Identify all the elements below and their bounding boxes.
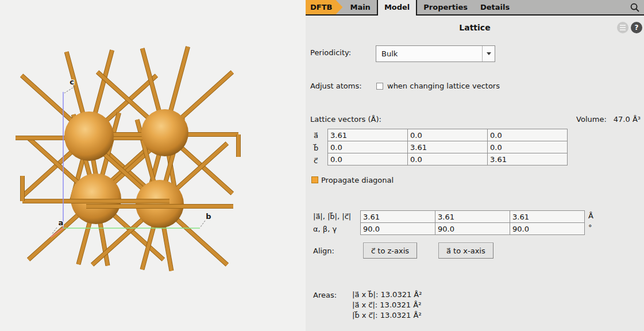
vector-c-z-field[interactable]: [487, 153, 568, 166]
vector-c-label: c⃗: [314, 156, 325, 165]
volume-readout: Volume: 47.0 Å³: [576, 115, 641, 124]
area-bc-value: |b⃗ x c⃗|: 13.0321 Å²: [352, 311, 422, 320]
svg-text:a: a: [59, 218, 64, 227]
area-ab-value: |a⃗ x b⃗|: 13.0321 Å²: [352, 290, 422, 299]
svg-text:b: b: [206, 212, 211, 221]
angle-gamma-field[interactable]: [510, 222, 585, 235]
lattice-vector-table: [327, 129, 568, 166]
vector-a-y-field[interactable]: [407, 129, 488, 141]
settings-panel: DFTB Main Model Properties Details Latti…: [306, 0, 644, 331]
search-button[interactable]: [626, 0, 644, 14]
vector-c-y-field[interactable]: [407, 153, 488, 166]
align-a-to-x-button[interactable]: a⃗ to x-axis: [438, 243, 493, 259]
volume-label: Volume:: [576, 115, 607, 124]
area-ac-value: |a⃗ x c⃗|: 13.0321 Å²: [352, 301, 421, 309]
magnitudes-row: [360, 210, 585, 223]
crystal-structure-render: cab: [0, 0, 306, 331]
tab-details[interactable]: Details: [474, 0, 516, 14]
align-label: Align:: [313, 247, 334, 255]
menu-icon[interactable]: [617, 22, 628, 33]
angle-beta-field[interactable]: [435, 222, 510, 235]
table-row: [327, 129, 568, 141]
help-icon[interactable]: ?: [631, 22, 642, 33]
angles-row: [360, 222, 585, 235]
vector-b-label: b⃗: [314, 144, 325, 152]
vector-a-x-field[interactable]: [327, 129, 408, 141]
page-title: Lattice: [306, 23, 644, 32]
tab-dftb[interactable]: DFTB: [306, 0, 342, 14]
tab-properties[interactable]: Properties: [417, 0, 474, 14]
propagate-diagonal-label: Propagate diagonal: [321, 176, 394, 184]
table-row: [327, 153, 568, 166]
magnitude-a-field[interactable]: [360, 210, 435, 223]
magnitudes-label: |a⃗|, |b⃗|, |c⃗|: [313, 212, 351, 221]
areas-label: Areas:: [313, 291, 337, 299]
search-icon: [630, 2, 640, 13]
angles-label: α, β, γ: [313, 225, 337, 233]
tab-bar: DFTB Main Model Properties Details: [306, 0, 644, 16]
lattice-vectors-label: Lattice vectors (Å):: [310, 115, 381, 124]
vector-c-x-field[interactable]: [327, 153, 408, 166]
vector-b-z-field[interactable]: [487, 141, 568, 153]
magnitude-b-field[interactable]: [435, 210, 510, 223]
vector-b-y-field[interactable]: [407, 141, 488, 153]
structure-viewport[interactable]: cab: [0, 0, 306, 331]
table-row: [327, 141, 568, 153]
angles-unit: °: [588, 223, 592, 232]
adjust-atoms-label: Adjust atoms:: [310, 82, 362, 90]
periodicity-value: Bulk: [376, 49, 482, 58]
vector-b-x-field[interactable]: [327, 141, 408, 153]
vector-a-label: a⃗: [314, 131, 325, 140]
app-window: cab DFTB Main Model Properties Details L…: [0, 0, 644, 331]
tab-main[interactable]: Main: [344, 0, 376, 14]
periodicity-select[interactable]: Bulk: [376, 45, 495, 62]
vector-a-z-field[interactable]: [487, 129, 568, 141]
align-c-to-z-button[interactable]: c⃗ to z-axis: [363, 243, 417, 259]
volume-value: 47.0 Å³: [614, 115, 641, 124]
adjust-atoms-text: when changing lattice vectors: [387, 82, 500, 90]
magnitude-c-field[interactable]: [510, 210, 585, 223]
angle-alpha-field[interactable]: [360, 222, 435, 235]
propagate-diagonal-checkbox[interactable]: [311, 176, 318, 183]
chevron-down-icon[interactable]: [482, 46, 495, 61]
magnitudes-unit: Å: [588, 211, 593, 220]
tab-model[interactable]: Model: [377, 0, 417, 16]
adjust-atoms-checkbox[interactable]: [376, 83, 383, 90]
periodicity-label: Periodicity:: [310, 48, 351, 57]
svg-text:c: c: [70, 78, 74, 86]
